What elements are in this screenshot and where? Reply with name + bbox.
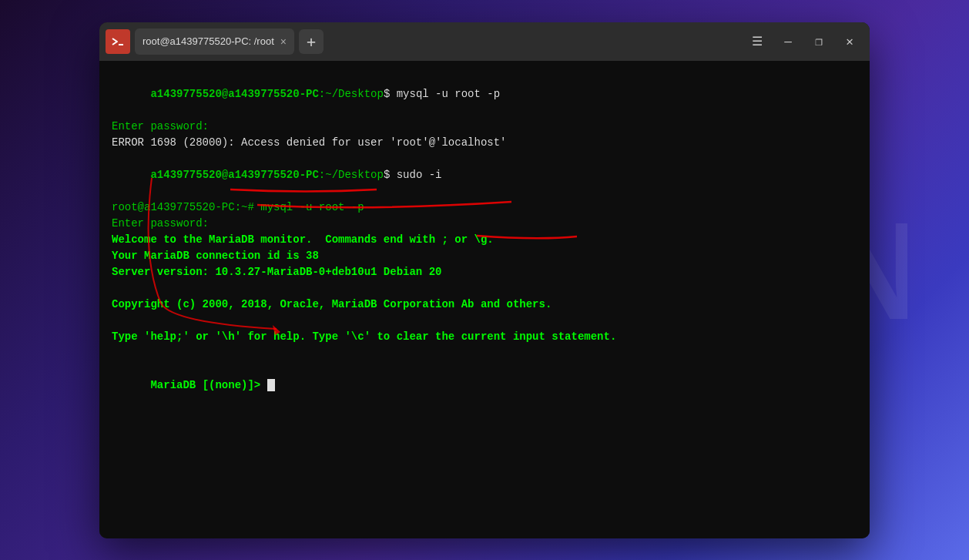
terminal-line-9: Server version: 10.3.27-MariaDB-0+deb10u… [112, 264, 857, 280]
terminal-cursor [267, 379, 275, 391]
window-controls: ☰ — ❐ ✕ [743, 28, 863, 55]
terminal-body[interactable]: a1439775520@a1439775520-PC:~/Desktop$ my… [99, 61, 870, 538]
terminal-line-4: a1439775520@a1439775520-PC:~/Desktop$ su… [112, 151, 857, 200]
terminal-line-15: MariaDB [(none)]> [112, 361, 857, 410]
minimize-button[interactable]: — [774, 28, 802, 55]
new-tab-button[interactable]: + [299, 29, 324, 54]
terminal-line-11: Copyright (c) 2000, 2018, Oracle, MariaD… [112, 297, 857, 313]
restore-button[interactable]: ❐ [805, 28, 833, 55]
tab-close-button[interactable]: × [280, 36, 287, 47]
terminal-line-1: a1439775520@a1439775520-PC:~/Desktop$ my… [112, 70, 857, 119]
terminal-line-2: Enter password: [112, 119, 857, 135]
terminal-line-6: Enter password: [112, 216, 857, 232]
terminal-line-8: Your MariaDB connection id is 38 [112, 248, 857, 264]
terminal-icon [106, 29, 130, 54]
terminal-line-13: Type 'help;' or '\h' for help. Type '\c'… [112, 329, 857, 345]
tab-label: root@a1439775520-PC: /root [142, 35, 274, 47]
terminal-line-7: Welcome to the MariaDB monitor. Commands… [112, 232, 857, 248]
terminal-line-3: ERROR 1698 (28000): Access denied for us… [112, 135, 857, 151]
hamburger-button[interactable]: ☰ [743, 28, 771, 55]
active-tab[interactable]: root@a1439775520-PC: /root × [135, 29, 294, 55]
terminal-line-10 [112, 280, 857, 297]
terminal-window: root@a1439775520-PC: /root × + ☰ — ❐ ✕ a… [99, 22, 870, 538]
terminal-line-5: root@a1439775520-PC:~# mysql -u root -p [112, 200, 857, 216]
close-button[interactable]: ✕ [836, 28, 863, 55]
terminal-line-12 [112, 313, 857, 329]
terminal-line-14 [112, 345, 857, 361]
title-bar: root@a1439775520-PC: /root × + ☰ — ❐ ✕ [99, 22, 870, 61]
